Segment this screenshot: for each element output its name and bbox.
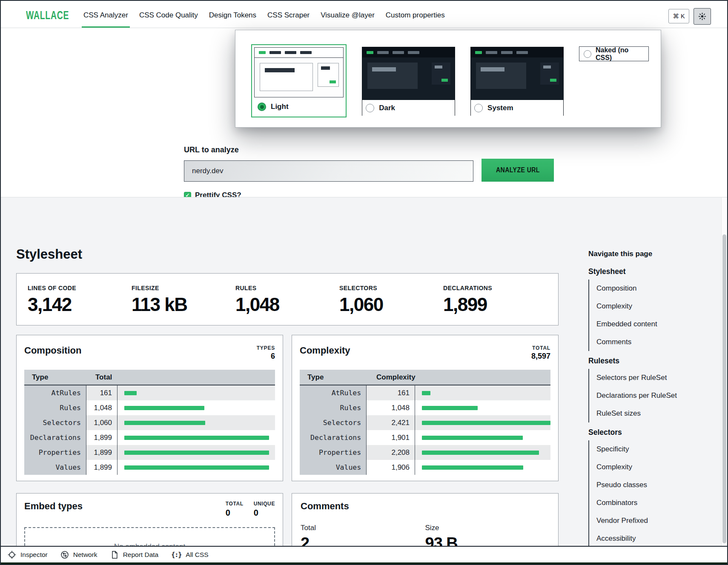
- system-radio[interactable]: [474, 104, 483, 112]
- analyze-url-button[interactable]: ANALYZE URL: [482, 159, 554, 182]
- page-nav-item-selector-complexity[interactable]: Complexity: [596, 458, 716, 476]
- stat-label: SELECTORS: [339, 285, 443, 291]
- comments-total-stat: Total 2: [301, 524, 425, 546]
- embed-types-panel: Embed types TOTAL 0 UNIQUE 0 No embedded…: [16, 493, 283, 546]
- theme-option-naked[interactable]: Naked (no CSS): [579, 46, 649, 61]
- embed-types-title: Embed types: [24, 501, 83, 512]
- theme-toggle-button[interactable]: [694, 8, 711, 25]
- page-nav-item-composition[interactable]: Composition: [596, 280, 716, 297]
- row-bar-cell: [118, 385, 275, 400]
- nav-custom-properties-label: Custom properties: [386, 11, 445, 20]
- total-label: TOTAL: [531, 345, 550, 351]
- preview-title-bar: [372, 67, 396, 71]
- page-nav-item-embedded-content[interactable]: Embedded content: [596, 315, 716, 333]
- dark-radio[interactable]: [366, 104, 374, 112]
- page-nav-item-vendor-prefixed[interactable]: Vendor Prefixed: [596, 512, 716, 530]
- command-palette-button[interactable]: ⌘ K: [668, 9, 689, 23]
- toolbar-inspector[interactable]: Inspector: [8, 551, 48, 559]
- row-bar-cell: [415, 385, 550, 400]
- comments-size-label: Size: [425, 524, 550, 532]
- light-option-row[interactable]: Light: [254, 97, 344, 116]
- value-bar: [422, 436, 523, 440]
- page-nav-item-specificity[interactable]: Specificity: [596, 440, 716, 458]
- col-complexity-header: Complexity: [367, 373, 416, 382]
- stat-filesize: FILESIZE 113 kB: [132, 285, 235, 325]
- page-nav-item-combinators[interactable]: Combinators: [596, 494, 716, 512]
- row-bar-cell: [415, 400, 550, 415]
- theme-option-system[interactable]: System: [470, 47, 564, 116]
- composition-title: Composition: [24, 345, 81, 356]
- wallace-logo-text: WALLACE: [26, 9, 69, 22]
- preview-title-bar: [481, 67, 504, 71]
- embed-unique-value: 0: [254, 508, 275, 518]
- dark-option-label: Dark: [379, 104, 395, 112]
- comments-title: Comments: [301, 501, 550, 512]
- table-row: AtRules 161: [300, 385, 550, 400]
- page-nav-item-comments[interactable]: Comments: [596, 333, 716, 351]
- nav-design-tokens[interactable]: Design Tokens: [209, 3, 256, 28]
- value-bar: [422, 391, 430, 395]
- page-nav-item-ruleset-sizes[interactable]: RuleSet sizes: [596, 405, 716, 422]
- stat-value: 1,048: [235, 294, 339, 315]
- value-bar: [124, 451, 269, 455]
- preview-nav-chip: [393, 51, 404, 54]
- toolbar-report-data-label: Report Data: [123, 551, 159, 559]
- bottom-toolbar: Inspector Network Report Data All CSS: [1, 546, 727, 562]
- dark-option-row[interactable]: Dark: [362, 100, 455, 116]
- nav-css-code-quality-label: CSS Code Quality: [139, 11, 198, 20]
- nav-css-code-quality[interactable]: CSS Code Quality: [139, 3, 198, 28]
- wallace-logo[interactable]: WALLACE: [26, 3, 65, 28]
- nav-custom-properties[interactable]: Custom properties: [386, 3, 445, 28]
- bottom-edge-strip: [1, 562, 727, 564]
- preview-side-box: [318, 63, 339, 87]
- nav-css-scraper[interactable]: CSS Scraper: [267, 3, 310, 28]
- stat-label: LINES OF CODE: [28, 285, 132, 291]
- page-nav-sidebar: Navigate this page Stylesheet Compositio…: [588, 250, 716, 546]
- embed-total-stat: TOTAL 0: [226, 501, 244, 518]
- document-icon: [110, 551, 119, 559]
- embed-unique-label: UNIQUE: [254, 501, 275, 507]
- light-radio[interactable]: [258, 103, 266, 111]
- main-nav: CSS Analyzer CSS Code Quality Design Tok…: [83, 3, 445, 28]
- stylesheet-heading: Stylesheet: [16, 247, 82, 262]
- comments-size-value: 93 B: [425, 534, 550, 546]
- dark-preview-navbar: [362, 47, 455, 57]
- nav-visualize-layer[interactable]: Visualize @layer: [321, 3, 375, 28]
- vertical-scrollbar[interactable]: [721, 197, 727, 546]
- comments-stats: Total 2 Size 93 B: [301, 524, 550, 546]
- toolbar-network-label: Network: [73, 551, 97, 559]
- toolbar-network[interactable]: Network: [60, 551, 97, 559]
- preview-main-box: [367, 63, 418, 89]
- report-section: Stylesheet LINES OF CODE 3,142 FILESIZE …: [1, 197, 727, 546]
- complexity-title: Complexity: [300, 345, 350, 356]
- theme-option-light[interactable]: Light: [251, 44, 347, 117]
- row-value: 2,421: [367, 415, 415, 430]
- naked-radio[interactable]: [584, 50, 591, 58]
- row-type: AtRules: [300, 385, 367, 400]
- stat-lines-of-code: LINES OF CODE 3,142: [28, 285, 132, 325]
- system-option-row[interactable]: System: [471, 100, 563, 116]
- page-nav-item-selectors-per-ruleset[interactable]: Selectors per RuleSet: [596, 369, 716, 387]
- nav-css-analyzer[interactable]: CSS Analyzer: [83, 3, 128, 28]
- page-nav-item-declarations-per-ruleset[interactable]: Declarations per RuleSet: [596, 387, 716, 405]
- toolbar-all-css[interactable]: All CSS: [171, 551, 209, 559]
- page-nav-item-pseudo-classes[interactable]: Pseudo classes: [596, 476, 716, 494]
- composition-header: Composition TYPES 6: [24, 345, 275, 361]
- page-nav-item-accessibility[interactable]: Accessibility: [596, 530, 716, 546]
- theme-option-dark[interactable]: Dark: [362, 47, 455, 116]
- row-bar-cell: [118, 460, 275, 475]
- crosshair-icon: [8, 551, 16, 559]
- preview-side-box: [540, 63, 559, 85]
- scrollbar-thumb[interactable]: [722, 234, 726, 543]
- page-nav-item-complexity[interactable]: Complexity: [596, 297, 716, 315]
- row-type: Rules: [300, 400, 367, 415]
- composition-table: Type Total AtRules 161 Rules 1,048 Selec…: [24, 370, 275, 475]
- dark-preview-body: [362, 57, 455, 100]
- row-value: 161: [86, 385, 118, 400]
- embed-empty-text: No embedded content: [114, 542, 185, 546]
- preview-main-box: [476, 63, 526, 89]
- stat-declarations: DECLARATIONS 1,899: [443, 285, 547, 325]
- stat-value: 3,142: [28, 294, 132, 315]
- toolbar-report-data[interactable]: Report Data: [110, 551, 159, 559]
- url-input[interactable]: [184, 160, 473, 182]
